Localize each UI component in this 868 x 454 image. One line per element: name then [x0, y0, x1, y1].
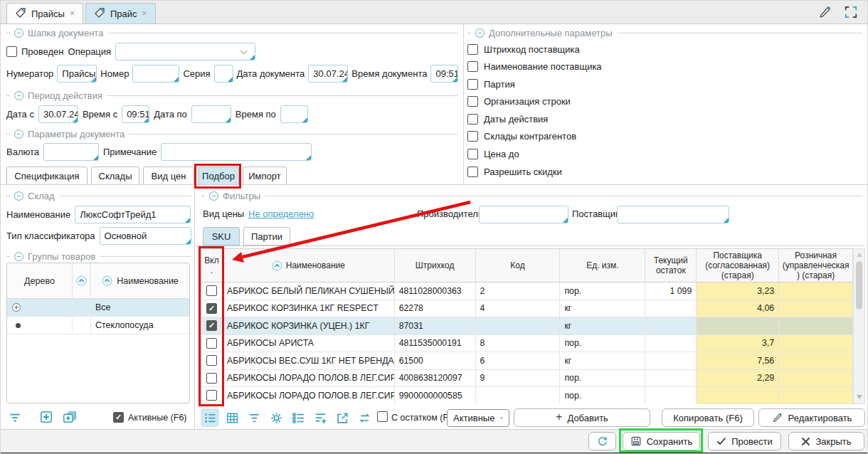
- tree-cell[interactable]: [7, 299, 73, 316]
- doc-tab-4[interactable]: Импорт: [243, 167, 287, 185]
- include-checkbox[interactable]: [206, 338, 217, 349]
- column-header-tree[interactable]: Дерево: [7, 263, 73, 298]
- doc-tab-1[interactable]: Склады: [91, 167, 139, 185]
- doc-date-input[interactable]: 30.07.24: [308, 65, 348, 83]
- filter-icon[interactable]: [8, 411, 22, 427]
- collapse-icon[interactable]: [14, 191, 23, 201]
- date-from-input[interactable]: 30.07.24: [38, 105, 78, 123]
- time-to-input[interactable]: [280, 105, 308, 123]
- sort-icon-cell[interactable]: [73, 263, 91, 298]
- producer-input[interactable]: [479, 206, 568, 223]
- column-header-stock[interactable]: Текущий остаток: [645, 249, 697, 282]
- checkbox[interactable]: [467, 96, 478, 107]
- save-button[interactable]: Сохранить: [623, 432, 700, 450]
- table-row[interactable]: АБРИКОС БЕЛЫЙ ПЕЛИКАН СУШЕНЫЙ 200Г БЕЛ48…: [201, 283, 853, 300]
- active-filter-select[interactable]: Активные: [447, 409, 509, 427]
- collapse-icon[interactable]: [14, 252, 23, 261]
- checkbox[interactable]: [467, 131, 478, 142]
- checkbox[interactable]: [467, 61, 478, 72]
- include-checkbox[interactable]: [206, 303, 217, 314]
- table-row[interactable]: АБРИКОСЫ ЛОРАДО ПОЛОВ.В ЛЕГ.СИР. 425Г Ж/…: [201, 370, 853, 388]
- column-header-retail-price[interactable]: Розничная (управленческая) (старая): [779, 249, 853, 282]
- collapse-icon[interactable]: [14, 130, 23, 139]
- warehouse-name-input[interactable]: ЛюксСофтТрейд1: [75, 206, 191, 223]
- column-header-barcode[interactable]: Штрихкод: [395, 249, 476, 282]
- include-checkbox[interactable]: [206, 390, 217, 401]
- filter-icon[interactable]: [245, 408, 263, 427]
- post-button[interactable]: Провести: [708, 432, 781, 450]
- group-name-cell[interactable]: Стеклопосуда: [91, 317, 189, 334]
- window-tab-price-lists[interactable]: Прайсы ×: [6, 3, 83, 23]
- table-row[interactable]: АБРИКОС КОРЗИНКА 1КГ RESPECT622784кг4,06: [201, 300, 853, 318]
- collapse-icon[interactable]: [14, 28, 23, 38]
- doc-time-input[interactable]: 09:51: [430, 65, 458, 83]
- numerator-input[interactable]: Прайсы: [57, 65, 97, 83]
- scrollbar-thumb[interactable]: [856, 261, 862, 310]
- copy-button[interactable]: Копировать (F6): [662, 408, 754, 427]
- numbered-list-icon[interactable]: [289, 408, 307, 427]
- posted-checkbox[interactable]: [6, 46, 17, 57]
- table-row[interactable]: АБРИКОСЫ ЛОРАДО ПОЛОВ.В ЛЕГ.СИР. 425Г (У…: [201, 387, 853, 404]
- product-group-row[interactable]: Стеклопосуда: [7, 317, 189, 334]
- collapse-icon[interactable]: [209, 191, 218, 201]
- sku-tab-1[interactable]: Партии: [243, 227, 290, 246]
- edit-button[interactable]: Редактировать: [758, 408, 865, 427]
- checkbox[interactable]: [467, 114, 478, 125]
- column-header-name[interactable]: Наименование: [223, 249, 395, 282]
- doc-tab-0[interactable]: Спецификация: [6, 167, 88, 185]
- include-checkbox[interactable]: [206, 373, 217, 384]
- tree-cell[interactable]: [7, 317, 73, 334]
- settings-gear-icon[interactable]: [267, 408, 285, 427]
- vertical-scrollbar[interactable]: [853, 248, 865, 404]
- close-button[interactable]: Закрыть: [788, 432, 864, 450]
- table-row[interactable]: АБРИКОСЫ АРИСТА48115350001918пор.3,7: [201, 335, 853, 353]
- currency-input[interactable]: [43, 143, 99, 161]
- fullscreen-icon[interactable]: [843, 4, 859, 20]
- expand-plus-icon[interactable]: [11, 302, 21, 312]
- include-checkbox[interactable]: [206, 285, 217, 296]
- with-stock-checkbox[interactable]: [377, 411, 388, 422]
- include-checkbox[interactable]: [206, 320, 217, 331]
- add-group-icon[interactable]: [39, 410, 53, 426]
- close-icon[interactable]: ×: [142, 9, 147, 19]
- edit-pencil-icon[interactable]: [817, 4, 833, 20]
- operation-select[interactable]: [115, 43, 255, 60]
- column-header-code[interactable]: Код: [476, 249, 561, 282]
- checkbox[interactable]: [467, 149, 478, 159]
- column-header-vkl[interactable]: Вкл.: [201, 249, 223, 282]
- scroll-up-icon[interactable]: [857, 253, 862, 257]
- checkbox[interactable]: [467, 79, 478, 90]
- doc-tab-3[interactable]: Подбор: [198, 167, 239, 185]
- column-header-name[interactable]: Наименование: [91, 263, 189, 298]
- column-header-supplier-price[interactable]: Поставщика (согласованная) (старая): [697, 249, 779, 282]
- refresh-button[interactable]: [588, 432, 616, 450]
- collapse-icon[interactable]: [14, 91, 23, 100]
- close-icon[interactable]: ×: [70, 9, 75, 19]
- active-filter-checkbox[interactable]: [113, 412, 124, 423]
- window-tab-price[interactable]: Прайс ×: [85, 3, 156, 23]
- number-input[interactable]: [132, 65, 179, 83]
- sort-ascending-icon[interactable]: [272, 260, 282, 271]
- checkbox[interactable]: [467, 44, 478, 55]
- table-row[interactable]: АБРИКОСЫ ВЕС.СУШ 1КГ НЕТ БРЕНДА615006кг7…: [201, 352, 853, 370]
- series-input[interactable]: [214, 65, 233, 83]
- price-type-link[interactable]: Не определено: [248, 208, 314, 219]
- swap-refresh-icon[interactable]: [355, 408, 374, 427]
- add-row-icon[interactable]: [311, 408, 329, 427]
- date-to-input[interactable]: [191, 105, 231, 123]
- group-name-cell[interactable]: Все: [91, 299, 189, 316]
- add-subgroup-icon[interactable]: [62, 410, 78, 426]
- classifier-input[interactable]: Основной: [100, 227, 191, 245]
- collapse-icon[interactable]: [475, 28, 485, 38]
- add-button[interactable]: +Добавить: [514, 408, 650, 427]
- time-from-input[interactable]: 09:51: [122, 105, 149, 123]
- export-icon[interactable]: [333, 408, 351, 427]
- product-group-row[interactable]: Все: [7, 299, 189, 317]
- grid-view-icon[interactable]: [223, 408, 241, 427]
- checkbox[interactable]: [467, 167, 478, 177]
- table-row[interactable]: АБРИКОС КОРЗИНКА (УЦЕН.) 1КГ87031кг: [201, 317, 853, 335]
- doc-tab-2[interactable]: Вид цен: [143, 167, 194, 185]
- include-checkbox[interactable]: [206, 355, 217, 366]
- list-view-icon[interactable]: [201, 408, 219, 427]
- note-input[interactable]: [161, 143, 312, 161]
